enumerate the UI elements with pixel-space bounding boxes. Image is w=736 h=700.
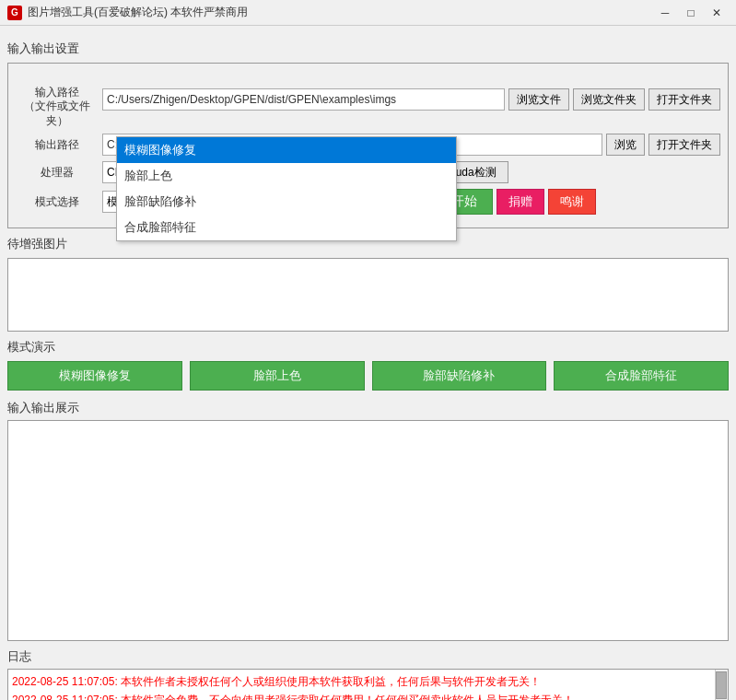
pending-images-area (7, 258, 729, 332)
demo-btn-color[interactable]: 脸部上色 (190, 361, 365, 391)
demo-btn-blur[interactable]: 模糊图像修复 (7, 361, 182, 391)
io-display-label: 输入输出展示 (7, 400, 729, 416)
dropdown-item-0[interactable]: 模糊图像修复 (117, 137, 456, 163)
log-scrollbar-thumb[interactable] (716, 671, 727, 699)
demo-btn-face[interactable]: 合成脸部特征 (554, 361, 729, 391)
log-area: 2022-08-25 11:07:05: 本软件作者未授权任何个人或组织使用本软… (7, 669, 729, 700)
donate-button[interactable]: 捐赠 (497, 189, 544, 215)
log-scrollbar-track[interactable] (715, 670, 728, 700)
title-controls: ─ □ ✕ (653, 4, 729, 22)
input-path-row: 输入路径 （文件或文件夹） 浏览文件 浏览文件夹 打开文件夹 (16, 71, 720, 128)
demo-buttons: 模糊图像修复 脸部上色 脸部缺陷修补 合成脸部特征 (7, 361, 729, 391)
title-bar-left: G 图片增强工具(百爱破解论坛) 本软件严禁商用 (7, 5, 248, 20)
browse-button[interactable]: 浏览 (606, 134, 645, 156)
browse-folder-button[interactable]: 浏览文件夹 (573, 88, 645, 111)
minimize-button[interactable]: ─ (653, 4, 677, 22)
demo-section-label: 模式演示 (7, 339, 729, 356)
mode-label: 模式选择 (16, 195, 99, 210)
open-folder-button-2[interactable]: 打开文件夹 (648, 134, 720, 156)
title-bar: G 图片增强工具(百爱破解论坛) 本软件严禁商用 ─ □ ✕ (0, 0, 736, 26)
demo-btn-repair[interactable]: 脸部缺陷修补 (372, 361, 547, 391)
action-buttons: 开始 捐赠 鸣谢 (436, 189, 596, 215)
io-settings-label: 输入输出设置 (7, 41, 729, 57)
processor-label: 处理器 (16, 166, 99, 181)
io-display-area (7, 420, 729, 641)
output-path-label: 输出路径 (16, 138, 99, 153)
browse-file-button[interactable]: 浏览文件 (508, 88, 569, 111)
dropdown-item-3[interactable]: 合成脸部特征 (117, 215, 456, 240)
app-icon: G (7, 6, 22, 20)
mode-dropdown: 模糊图像修复 脸部上色 脸部缺陷修补 合成脸部特征 (116, 136, 457, 241)
dropdown-item-2[interactable]: 脸部缺陷修补 (117, 189, 456, 215)
main-content: 输入输出设置 输入路径 （文件或文件夹） 浏览文件 浏览文件夹 打开文件夹 输出… (0, 26, 736, 700)
app-title: 图片增强工具(百爱破解论坛) 本软件严禁商用 (28, 5, 248, 20)
close-button[interactable]: ✕ (705, 4, 729, 22)
input-path-field[interactable] (102, 88, 505, 111)
log-line-0: 2022-08-25 11:07:05: 本软件作者未授权任何个人或组织使用本软… (12, 673, 724, 691)
input-path-label: 输入路径 （文件或文件夹） (16, 71, 99, 128)
maximize-button[interactable]: □ (679, 4, 703, 22)
thanks-button[interactable]: 鸣谢 (548, 189, 596, 215)
dropdown-item-1[interactable]: 脸部上色 (117, 163, 456, 189)
log-line-1: 2022-08-25 11:07:05: 本软件完全免费，不会向使用者强行索取任… (12, 692, 724, 700)
log-label: 日志 (7, 648, 729, 665)
open-folder-button-1[interactable]: 打开文件夹 (648, 88, 720, 111)
